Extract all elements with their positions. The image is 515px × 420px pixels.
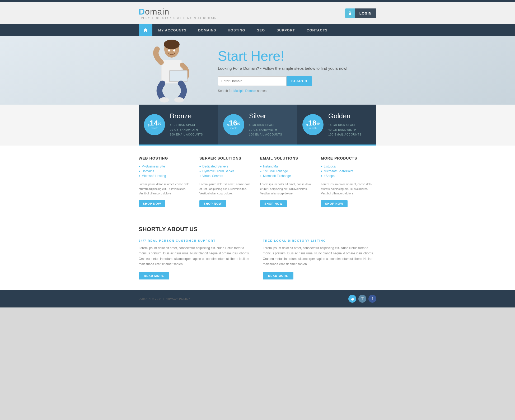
product-title: SERVER SOLUTIONS — [199, 156, 255, 160]
price-circle: $ 16 99 month — [223, 114, 244, 135]
svg-point-10 — [173, 49, 175, 52]
nav-item-hosting[interactable]: HOSTING — [222, 24, 251, 36]
about-col-title: 24/7 REAL PERSON CUSTOMER SUPPORT — [139, 239, 252, 242]
social-facebook-icon[interactable]: f — [368, 295, 376, 303]
lock-icon — [345, 8, 355, 18]
pricing-section: $ 14 99 month Bronze 4 GB DISK SPACE20 G… — [0, 105, 515, 146]
pricing-card-silver: $ 16 99 month Silver 8 GB DISK SPACE30 G… — [218, 105, 297, 146]
hero-subtitle: Looking For a Domain? - Follow the simpl… — [218, 66, 376, 71]
list-item: ListLocal — [321, 164, 376, 169]
list-item: MyBusiness Site — [139, 164, 194, 169]
pricing-card-bronze: $ 14 99 month Bronze 4 GB DISK SPACE20 G… — [139, 105, 218, 146]
nav-home-button[interactable] — [139, 24, 152, 36]
plan-feature: 40 GB BANDWIDTH — [328, 128, 361, 132]
about-col-1: FREE LOCAL DIRECTORY LISTING Lorem ipsum… — [263, 239, 376, 280]
list-item: Dynamic Cloud Server — [199, 169, 255, 174]
plan-feature: 8 GB DISK SPACE — [249, 123, 282, 128]
multiple-domain-link[interactable]: Multiple Domain — [233, 89, 256, 93]
plan-feature: 30 GB BANDWIDTH — [249, 128, 282, 132]
nav-item-domains[interactable]: DOMAINS — [192, 24, 222, 36]
products-section: WEB HOSTING MyBusiness SiteDomainsMicros… — [0, 146, 515, 218]
plan-feature: 14 GB DISK SPACE — [328, 123, 361, 128]
hero-content: Start Here! Looking For a Domain? - Foll… — [207, 48, 376, 93]
nav: MY ACCOUNTS DOMAINS HOSTING SEO SUPPORT … — [0, 24, 515, 36]
product-col-0: WEB HOSTING MyBusiness SiteDomainsMicros… — [139, 156, 194, 207]
login-area: LOGIN — [345, 8, 376, 18]
search-row: SEARCH — [218, 76, 376, 86]
read-more-button[interactable]: READ MORE — [139, 272, 169, 279]
logo-subtitle: Everything Starts With A Great Domain — [139, 17, 217, 20]
price-circle: $ 14 99 month — [144, 114, 165, 135]
hero-title: Start Here! — [218, 48, 376, 64]
price-circle: $ 18 99 month — [302, 114, 324, 135]
price-sup: 99 — [237, 122, 240, 125]
about-col-0: 24/7 REAL PERSON CUSTOMER SUPPORT Lorem … — [139, 239, 252, 280]
svg-point-8 — [174, 97, 184, 102]
svg-rect-0 — [349, 13, 351, 15]
shop-now-button[interactable]: SHOP NOW — [260, 200, 287, 207]
top-bar — [0, 0, 515, 2]
footer: DOMAIN © 2014 | PRIVACY POLICY ◕ 𝕋 f — [0, 290, 515, 307]
nav-item-contacts[interactable]: CONTACTS — [301, 24, 333, 36]
svg-point-2 — [164, 40, 180, 49]
price-amount: 14 — [150, 119, 158, 127]
pricing-info: Golden 14 GB DISK SPACE40 GB BANDWIDTH10… — [328, 112, 361, 137]
product-desc: Lorem ipsum dolor sit amet, conse dolo e… — [321, 182, 376, 196]
product-title: EMAIL SOLUTIONS — [260, 156, 316, 160]
read-more-button[interactable]: READ MORE — [263, 272, 293, 279]
search-note: Search for Multiple Domain names — [218, 89, 376, 93]
plan-name: Golden — [328, 112, 361, 120]
pricing-info: Silver 8 GB DISK SPACE30 GB BANDWIDTH100… — [249, 112, 282, 137]
plan-feature: 100 EMAIL ACCOUNTS — [249, 132, 282, 137]
pricing-card-golden: $ 18 99 month Golden 14 GB DISK SPACE40 … — [297, 105, 376, 146]
product-title: WEB HOSTING — [139, 156, 194, 160]
product-desc: Lorem ipsum dolor sit amet, conse dolo e… — [260, 182, 316, 196]
footer-social: ◕ 𝕋 f — [348, 295, 376, 303]
hero-person-image — [139, 36, 207, 105]
shop-now-button[interactable]: SHOP NOW — [321, 200, 348, 207]
svg-point-7 — [160, 97, 169, 102]
product-list: Dedicated ServersDynamic Cloud ServerVir… — [199, 164, 255, 178]
list-item: Microsoft Hosting — [139, 174, 194, 178]
plan-feature: 100 EMAIL ACCOUNTS — [170, 132, 203, 137]
login-button[interactable]: LOGIN — [355, 8, 376, 18]
product-col-1: SERVER SOLUTIONS Dedicated ServersDynami… — [199, 156, 255, 207]
price-amount: 18 — [308, 119, 316, 127]
price-sup: 99 — [316, 122, 320, 125]
shop-now-button[interactable]: SHOP NOW — [139, 200, 165, 207]
product-desc: Lorem ipsum dolor sit amet, conse dolo e… — [139, 182, 194, 196]
list-item: Instant Mail — [260, 164, 316, 169]
list-item: Virtual Servers — [199, 174, 255, 178]
product-desc: Lorem ipsum dolor sit amet, conse dolo e… — [199, 182, 255, 196]
nav-item-myaccounts[interactable]: MY ACCOUNTS — [152, 24, 192, 36]
plan-feature: 100 EMAIL ACCOUNTS — [328, 132, 361, 137]
social-rss-icon[interactable]: ◕ — [348, 295, 356, 303]
product-list: Instant Mail1&1 MailXchangeMicrosoft Exc… — [260, 164, 316, 178]
list-item: eShops — [321, 174, 376, 178]
nav-item-seo[interactable]: SEO — [251, 24, 271, 36]
list-item: 1&1 MailXchange — [260, 169, 316, 174]
product-list: ListLocalMicrosoft SharePointeShops — [321, 164, 376, 178]
product-list: MyBusiness SiteDomainsMicrosoft Hosting — [139, 164, 194, 178]
price-dollar: $ — [306, 124, 308, 127]
about-section: SHORTLY ABOUT US 24/7 REAL PERSON CUSTOM… — [0, 218, 515, 290]
list-item: Microsoft SharePoint — [321, 169, 376, 174]
about-col-title: FREE LOCAL DIRECTORY LISTING — [263, 239, 376, 242]
header: Domain Everything Starts With A Great Do… — [0, 2, 515, 24]
nav-item-support[interactable]: SUPPORT — [271, 24, 301, 36]
pricing-info: Bronze 4 GB DISK SPACE20 GB BANDWIDTH100… — [170, 112, 203, 137]
social-twitter-icon[interactable]: 𝕋 — [358, 295, 366, 303]
domain-search-input[interactable] — [218, 76, 287, 86]
shop-now-button[interactable]: SHOP NOW — [199, 200, 226, 207]
product-title: MORE PRODUCTS — [321, 156, 376, 160]
hero-section: Start Here! Looking For a Domain? - Foll… — [0, 36, 515, 105]
product-col-2: EMAIL SOLUTIONS Instant Mail1&1 MailXcha… — [260, 156, 316, 207]
list-item: Microsoft Exchange — [260, 174, 316, 178]
price-amount: 16 — [229, 119, 237, 127]
search-button[interactable]: SEARCH — [287, 76, 312, 86]
plan-feature: 4 GB DISK SPACE — [170, 123, 203, 128]
price-sup: 99 — [158, 122, 161, 125]
plan-feature: 20 GB BANDWIDTH — [170, 128, 203, 132]
product-col-3: MORE PRODUCTS ListLocalMicrosoft SharePo… — [321, 156, 376, 207]
footer-copyright: DOMAIN © 2014 | PRIVACY POLICY — [139, 297, 190, 300]
